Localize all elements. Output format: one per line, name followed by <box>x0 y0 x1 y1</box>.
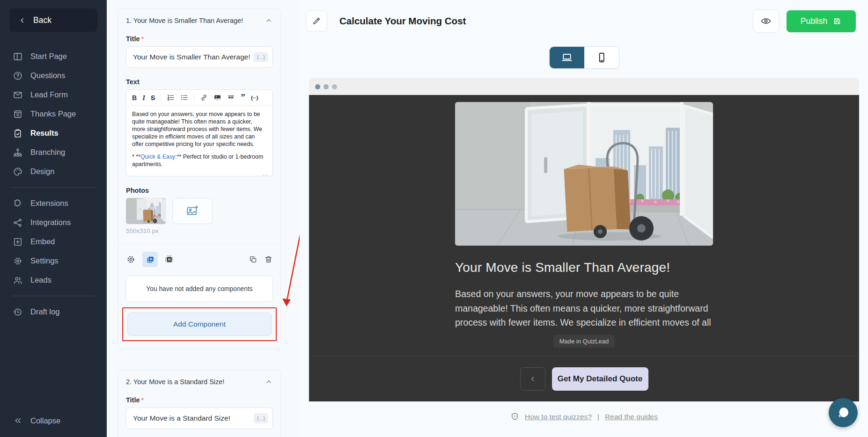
result-photo <box>455 102 713 246</box>
made-in-quizlead-badge[interactable]: Made in QuizLead <box>553 335 615 348</box>
result-text: Based on your answers, your move appears… <box>455 287 713 330</box>
device-toggle <box>549 46 619 69</box>
quote-icon[interactable]: ” <box>241 95 245 101</box>
card-2-header: 2. Your Move is a Standard Size! <box>126 378 224 386</box>
sidebar-item-draft-log[interactable]: Draft log <box>0 302 107 321</box>
collapse-button[interactable]: Collapse <box>0 411 107 430</box>
desktop-view-toggle[interactable] <box>550 47 584 68</box>
variables-icon[interactable]: {...} <box>254 52 268 62</box>
preview-browser-frame: Your Move is Smaller Than Average! Based… <box>309 78 859 401</box>
ai-generate-icon[interactable]: AI <box>164 255 174 264</box>
sidebar-item-integrations[interactable]: Integrations <box>0 213 107 232</box>
save-icon <box>832 16 842 26</box>
title-input[interactable]: Your Move is Smaller Than Average! {...} <box>126 46 273 68</box>
sidebar-item-questions[interactable]: Questions <box>0 66 107 85</box>
sidebar-item-branching[interactable]: Branching <box>0 143 107 162</box>
horizontal-rule-icon[interactable] <box>227 94 235 102</box>
publish-button[interactable]: Publish <box>787 10 856 32</box>
link-icon[interactable] <box>200 94 208 102</box>
browser-chrome <box>309 78 859 95</box>
sidebar-item-thanks-page[interactable]: Thanks Page <box>0 104 107 124</box>
collapse-label: Collapse <box>30 416 60 425</box>
mobile-view-toggle[interactable] <box>584 47 619 68</box>
integrations-icon <box>13 218 23 228</box>
resize-ellipsis[interactable]: ... <box>262 170 269 176</box>
variables-icon[interactable]: {...} <box>254 413 268 423</box>
cta-button[interactable]: Get My Detailed Quote <box>552 367 648 391</box>
photos-row <box>126 198 273 224</box>
sidebar-item-label: Settings <box>30 256 59 265</box>
question-circle-icon <box>13 71 23 81</box>
toolbar-separator <box>161 94 161 102</box>
puzzle-icon <box>13 198 23 209</box>
card-divider <box>118 244 280 244</box>
thanks-page-icon <box>13 109 23 119</box>
preview-back-button[interactable] <box>520 367 545 391</box>
sidebar-item-label: Questions <box>30 71 65 80</box>
trash-icon[interactable] <box>264 255 273 264</box>
markdown-prefix: * ** <box>132 153 140 160</box>
shield-question-icon: ? <box>510 412 519 421</box>
photo-thumbnail[interactable] <box>126 198 166 224</box>
add-photo-button[interactable] <box>172 198 213 224</box>
title-input-2[interactable]: Your Move is a Standard Size! {...} <box>126 408 273 429</box>
sidebar-item-extensions[interactable]: Extensions <box>0 194 107 213</box>
image-icon[interactable] <box>213 94 221 102</box>
sidebar-item-design[interactable]: Design <box>0 162 107 181</box>
rich-text-editor: B I S ” {··} Based on your answers, your… <box>126 89 273 176</box>
bold-icon[interactable]: B <box>132 94 137 102</box>
strikethrough-icon[interactable]: S <box>151 94 155 102</box>
ordered-list-icon[interactable] <box>167 94 175 102</box>
preview-eye-button[interactable] <box>753 9 779 33</box>
link-separator: | <box>597 413 599 421</box>
sidebar-item-leads[interactable]: Leads <box>0 270 107 290</box>
code-braces-icon[interactable]: {··} <box>251 94 258 102</box>
sidebar-item-settings[interactable]: Settings <box>0 251 107 270</box>
results-edit-panel: 1. Your Move is Smaller Than Average! Ti… <box>107 0 300 437</box>
duplicate-icon[interactable] <box>249 255 257 264</box>
chevron-up-icon[interactable] <box>265 378 273 386</box>
editor-content[interactable]: Based on your answers, your move appears… <box>126 106 272 176</box>
window-dot-icon <box>332 84 337 89</box>
sidebar-item-label: Leads <box>30 276 51 284</box>
eye-icon <box>760 15 772 27</box>
add-slide-icon[interactable] <box>142 252 158 267</box>
text-label: Text <box>126 78 273 86</box>
users-icon <box>13 275 23 285</box>
back-button[interactable]: Back <box>9 8 97 32</box>
main-area: Calculate Your Moving Cost Publish <box>300 0 868 437</box>
results-icon <box>13 128 23 138</box>
window-dot-icon <box>324 84 329 89</box>
palette-icon <box>13 167 23 177</box>
sidebar-item-label: Design <box>30 167 54 176</box>
chat-widget-button[interactable] <box>829 398 858 427</box>
sidebar-nav: Start Page Questions Lead Form Thanks Pa… <box>0 47 107 321</box>
quiz-viewport: Your Move is Smaller Than Average! Based… <box>455 102 713 356</box>
sidebar-item-label: Embed <box>30 237 55 246</box>
sidebar-item-start-page[interactable]: Start Page <box>0 47 107 66</box>
quiz-title: Calculate Your Moving Cost <box>339 15 466 27</box>
add-component-button[interactable]: Add Component <box>127 313 272 336</box>
back-label: Back <box>33 15 51 25</box>
sidebar-item-lead-form[interactable]: Lead Form <box>0 85 107 104</box>
how-to-test-link[interactable]: How to test quizzes? <box>525 413 592 421</box>
unordered-list-icon[interactable] <box>180 94 188 102</box>
sidebar-item-results[interactable]: Results <box>0 124 107 143</box>
quiz-preview: Your Move is Smaller Than Average! Based… <box>309 95 859 401</box>
title-label: Title <box>126 396 140 404</box>
read-guides-link[interactable]: Read the guides <box>605 413 658 421</box>
photos-label: Photos <box>126 187 273 194</box>
sidebar-item-embed[interactable]: Embed <box>0 232 107 251</box>
edit-title-button[interactable] <box>306 10 327 32</box>
chevron-up-icon[interactable] <box>265 16 273 25</box>
highlight-red-box: Add Component <box>122 307 277 341</box>
photo-dimensions: 550x310 px <box>126 227 273 234</box>
gear-icon <box>13 256 23 266</box>
settings-icon[interactable] <box>126 255 136 264</box>
sidebar-item-label: Draft log <box>30 307 59 316</box>
publish-label: Publish <box>801 16 827 26</box>
chevron-left-icon <box>529 375 537 383</box>
italic-icon[interactable]: I <box>142 94 145 102</box>
sidebar-item-label: Results <box>30 129 59 138</box>
sidebar-divider <box>12 187 95 188</box>
